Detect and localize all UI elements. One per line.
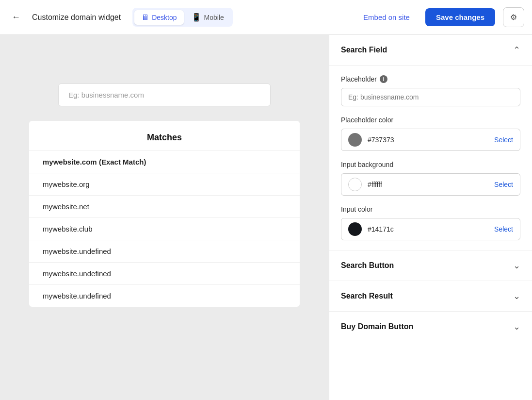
save-button[interactable]: Save changes [425, 8, 495, 26]
matches-section: Matches mywebsite.com (Exact Match) mywe… [29, 121, 300, 307]
embed-button[interactable]: Embed on site [355, 9, 418, 25]
search-field-title: Search Field [341, 46, 387, 54]
gear-button[interactable]: ⚙ [503, 7, 524, 27]
input-bg-label: Input background [341, 161, 520, 168]
view-toggle: 🖥 Desktop 📱 Mobile [132, 8, 233, 27]
mobile-icon: 📱 [192, 13, 201, 22]
info-icon: i [380, 75, 387, 83]
list-item: mywebsite.club [29, 217, 300, 240]
mobile-view-button[interactable]: 📱 Mobile [185, 10, 231, 25]
chevron-down-icon: ⌄ [513, 291, 520, 301]
input-color-label: Input color [341, 205, 520, 213]
buy-domain-title: Buy Domain Button [341, 322, 413, 331]
input-color-select[interactable]: Select [494, 225, 513, 233]
search-result-section-header[interactable]: Search Result ⌄ [329, 281, 532, 312]
placeholder-color-value: #737373 [368, 136, 494, 144]
desktop-icon: 🖥 [141, 13, 149, 22]
list-item: mywebsite.undefined [29, 262, 300, 284]
list-item: mywebsite.com (Exact Match) [29, 150, 300, 173]
search-result-title: Search Result [341, 292, 393, 300]
list-item: mywebsite.net [29, 195, 300, 217]
placeholder-color-select[interactable]: Select [494, 136, 513, 144]
gear-icon: ⚙ [510, 13, 517, 21]
placeholder-color-row[interactable]: #737373 Select [341, 129, 520, 151]
input-bg-swatch [348, 178, 362, 191]
input-color-value: #14171c [368, 225, 494, 233]
list-item: mywebsite.org [29, 173, 300, 195]
exact-match-text: mywebsite.com [43, 158, 99, 166]
settings-panel: Search Field ⌃ Placeholder i Placeholder… [329, 35, 532, 400]
placeholder-color-swatch [348, 133, 362, 147]
input-bg-value: #ffffff [368, 181, 494, 188]
input-bg-row[interactable]: #ffffff Select [341, 173, 520, 196]
desktop-view-button[interactable]: 🖥 Desktop [134, 10, 183, 25]
search-button-section-header[interactable]: Search Button ⌄ [329, 250, 532, 281]
page-title: Customize domain widget [32, 13, 121, 22]
chevron-up-icon: ⌃ [513, 45, 520, 55]
input-color-row[interactable]: #14171c Select [341, 218, 520, 240]
exact-match-badge: (Exact Match) [99, 158, 146, 166]
main-layout: Eg: businessname.com Matches mywebsite.c… [0, 35, 532, 400]
preview-panel: Eg: businessname.com Matches mywebsite.c… [0, 35, 329, 400]
list-item: mywebsite.undefined [29, 284, 300, 307]
back-button[interactable]: ← [8, 8, 24, 26]
matches-title: Matches [29, 121, 300, 150]
chevron-down-icon: ⌄ [513, 321, 520, 332]
placeholder-label: Placeholder i [341, 75, 520, 83]
search-field-content: Placeholder i Placeholder color #737373 … [329, 66, 532, 250]
chevron-down-icon: ⌄ [513, 260, 520, 271]
search-field-section-header[interactable]: Search Field ⌃ [329, 35, 532, 66]
input-bg-select[interactable]: Select [494, 181, 513, 188]
desktop-label: Desktop [152, 14, 177, 21]
search-button-title: Search Button [341, 261, 394, 270]
input-color-swatch [348, 222, 362, 236]
placeholder-color-label: Placeholder color [341, 116, 520, 124]
list-item: mywebsite.undefined [29, 240, 300, 262]
mobile-label: Mobile [204, 14, 224, 21]
buy-domain-section-header[interactable]: Buy Domain Button ⌄ [329, 312, 532, 342]
preview-search-input: Eg: businessname.com [58, 83, 271, 106]
header: ← Customize domain widget 🖥 Desktop 📱 Mo… [0, 0, 532, 35]
placeholder-input[interactable] [341, 88, 520, 106]
